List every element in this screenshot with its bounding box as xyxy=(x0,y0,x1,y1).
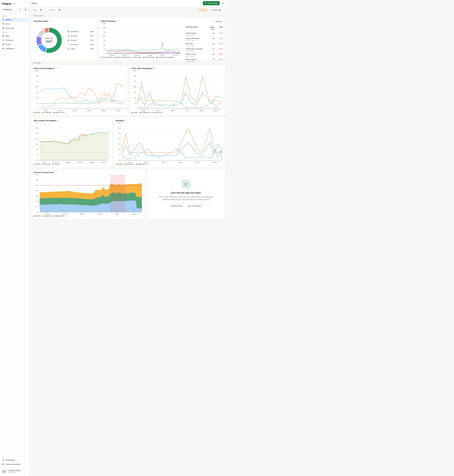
svg-text:Jun 19: Jun 19 xyxy=(144,161,148,163)
card-title: Account concurrency xyxy=(34,171,54,173)
help-icon[interactable]: ? xyxy=(117,20,119,22)
legend-item: Completed24% xyxy=(68,29,93,34)
svg-text:Jun 20: Jun 20 xyxy=(213,110,218,111)
svg-text:06:00: 06:00 xyxy=(73,110,76,111)
give-feedback-button[interactable]: Give us feedback xyxy=(186,204,203,208)
svg-text:Jun 20: Jun 20 xyxy=(173,55,177,56)
svg-text:15 K: 15 K xyxy=(36,143,38,145)
chevron-down-icon xyxy=(222,9,223,10)
request-charts-button[interactable]: Request charts xyxy=(169,204,184,208)
svg-text:Jun 19: Jun 19 xyxy=(122,55,127,56)
total-runs-throughput-card: Total runs throughput ? 11010010K100K1M1… xyxy=(31,65,128,116)
help-icon[interactable]: ? xyxy=(49,20,51,22)
apps-filter[interactable]: Apps All xyxy=(31,8,45,12)
svg-text:10 K: 10 K xyxy=(36,149,38,150)
failed-functions-chart[interactable]: 11010010K100K1M10M100M18:00Jun 1906:0012… xyxy=(101,22,182,56)
svg-text:35 K: 35 K xyxy=(118,122,121,124)
svg-text:5 K: 5 K xyxy=(36,154,38,156)
svg-text:1: 1 xyxy=(105,53,106,54)
request-card-title: Can’t find the data you need? xyxy=(171,191,201,194)
settings-button[interactable] xyxy=(221,1,225,5)
view-all-button[interactable]: ↗ View all xyxy=(212,20,223,23)
svg-text:10K: 10K xyxy=(103,40,106,41)
svg-text:18:00: 18:00 xyxy=(102,110,106,111)
svg-text:18:00: 18:00 xyxy=(196,161,199,163)
backlog-chart[interactable]: 0 K5 K10 K15 K20 K25 K30 K35 K18:00Jun 1… xyxy=(116,122,223,162)
svg-text:18:00: 18:00 xyxy=(110,55,114,56)
svg-text:100K: 100K xyxy=(133,86,136,88)
total-runs-chart[interactable]: 11010010K100K1M10M100M18:00Jun 1906:0012… xyxy=(34,69,125,111)
time-range-select[interactable]: 24 hours ago xyxy=(209,8,225,12)
line-chart-icon xyxy=(184,182,188,186)
help-icon[interactable]: ? xyxy=(58,119,60,122)
table-row[interactable]: Web Analytics5 mins ago100.5% xyxy=(186,31,223,37)
svg-text:Jun 19: Jun 19 xyxy=(156,110,160,111)
svg-text:Jun 20: Jun 20 xyxy=(116,110,120,111)
sidebar-item-runs[interactable]: Runs xyxy=(1,22,28,26)
svg-text:100K: 100K xyxy=(102,36,106,37)
svg-text:10M: 10M xyxy=(36,75,38,77)
topbar: Metrics Refresh page xyxy=(30,0,227,7)
svg-text:12:00: 12:00 xyxy=(87,110,91,111)
help-icon[interactable]: ? xyxy=(55,67,57,69)
function-status-legend: Completed24%Running47%Queued15%Cancelled… xyxy=(68,29,93,51)
help-icon[interactable]: ? xyxy=(125,119,127,122)
svg-text:06:00: 06:00 xyxy=(161,161,165,163)
gear-icon xyxy=(222,2,224,4)
svg-text:10: 10 xyxy=(37,102,38,104)
svg-text:15 K: 15 K xyxy=(36,195,38,197)
refresh-page-button[interactable]: Refresh page xyxy=(203,1,220,5)
svg-text:12:00: 12:00 xyxy=(178,161,182,163)
table-row[interactable]: New lead20 mins ago400.3% xyxy=(186,42,223,47)
nav-section-label: Manage xyxy=(1,30,28,34)
table-row[interactable]: Web Analytics35 mins ago501.67% xyxy=(186,58,223,63)
sidebar-item-functions[interactable]: Functions xyxy=(1,38,28,42)
sidebar-item-apps[interactable]: Apps xyxy=(1,34,28,38)
table-row[interactable]: Onboarding campaign22 mins ago100.5% xyxy=(186,47,223,52)
svg-text:10M: 10M xyxy=(134,75,136,77)
inngest-logo: inngest xyxy=(2,2,11,5)
legend-item: Cancelled10% xyxy=(68,42,93,47)
account-concurrency-chart[interactable]: 0 K5 K10 K15 K20 K25 K30 K35 K18:00Jun 1… xyxy=(34,173,143,214)
request-card-description: Let our team know which charts are most … xyxy=(159,196,214,201)
copy-icon xyxy=(2,43,4,45)
svg-text:18:00: 18:00 xyxy=(199,110,203,111)
functions-filter[interactable]: Functions All xyxy=(46,8,63,12)
environment-select[interactable]: Production xyxy=(2,8,23,12)
svg-text:20 K: 20 K xyxy=(118,138,121,140)
svg-text:1M: 1M xyxy=(104,31,106,33)
total-steps-chart[interactable]: 11010010K100K1M10M100M18:00Jun 1906:0012… xyxy=(131,69,223,111)
svg-text:18:00: 18:00 xyxy=(127,161,131,163)
table-row[interactable]: Stripe invoice25 mins ago600.07% xyxy=(186,52,223,58)
list-icon xyxy=(2,23,4,25)
svg-text:30 K: 30 K xyxy=(36,127,38,129)
chevron-down-icon xyxy=(43,9,44,10)
sdk-request-chart[interactable]: 0 K5 K10 K15 K20 K25 K30 K35 K18:00Jun 1… xyxy=(34,122,110,162)
request-charts-card: Can’t find the data you need? Let our te… xyxy=(147,169,225,219)
sidebar-item-webhooks[interactable]: Webhooks xyxy=(1,47,28,51)
help-icon[interactable]: ? xyxy=(154,67,156,69)
svg-text:100: 100 xyxy=(103,44,106,46)
card-title: Total steps throughput xyxy=(131,67,153,69)
filters-bar: Apps All Functions All 15m delay 24 hour… xyxy=(30,7,227,13)
command-k-shortcut[interactable]: ⌘ K xyxy=(12,2,17,5)
chevron-down-icon xyxy=(61,9,62,10)
table-row[interactable]: Deploy notification10 mins ago7000.1% xyxy=(186,37,223,42)
sidebar-item-event-logs[interactable]: Event logs xyxy=(1,26,28,30)
sidebar-item-events[interactable]: Events xyxy=(1,42,28,46)
delay-badge: 15m delay xyxy=(197,8,208,12)
help-icon[interactable]: ? xyxy=(55,171,57,173)
environment-filter-button[interactable] xyxy=(23,7,28,12)
svg-text:15 K: 15 K xyxy=(118,143,121,145)
svg-text:10M: 10M xyxy=(103,27,106,29)
account-concurrency-card: Account concurrency ? 0 K5 K10 K15 K20 K… xyxy=(31,169,145,219)
svg-text:10K: 10K xyxy=(134,92,136,93)
sidebar: inngest ⌘ K Production MonitorMetricsRun… xyxy=(0,0,30,238)
sidebar-item-metrics[interactable]: Metrics xyxy=(1,18,28,22)
svg-text:06:00: 06:00 xyxy=(135,55,139,56)
function-status-card: Function status ? Total runs 2047 Comple… xyxy=(31,18,97,60)
svg-text:20 K: 20 K xyxy=(36,190,38,191)
svg-text:5 K: 5 K xyxy=(119,154,121,156)
svg-text:25 K: 25 K xyxy=(36,185,38,186)
overview-section-header[interactable]: ▼ OVERVIEW xyxy=(31,13,225,18)
